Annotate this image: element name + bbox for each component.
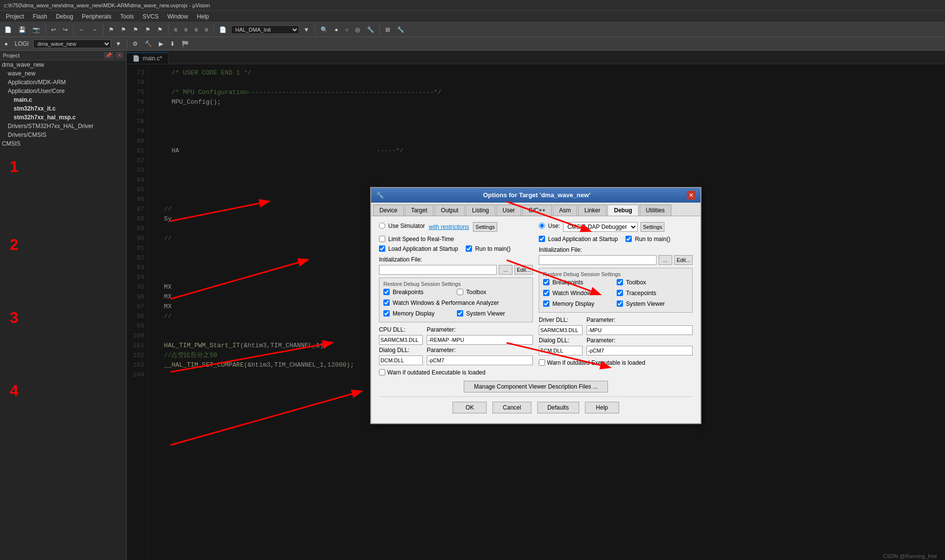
tab-debug[interactable]: Debug	[607, 205, 638, 216]
manage-component-btn[interactable]: Manage Component Viewer Description File…	[464, 381, 608, 392]
tab-output[interactable]: Output	[435, 205, 465, 216]
menu-debug[interactable]: Debug	[52, 12, 77, 21]
menu-window[interactable]: Window	[163, 12, 192, 21]
toolbar-btn-1[interactable]: 📄	[2, 25, 14, 35]
right-init-edit-btn[interactable]: Edit...	[674, 255, 693, 265]
tab-listing[interactable]: Listing	[466, 205, 495, 216]
defaults-btn[interactable]: Defaults	[537, 402, 579, 413]
dialog-dll-input-r[interactable]	[539, 346, 583, 355]
left-settings-btn[interactable]: Settings	[473, 222, 497, 232]
back-btn[interactable]: ←	[76, 25, 87, 35]
with-restrictions-link[interactable]: with restrictions	[429, 224, 469, 230]
toolbar-btn-flag2[interactable]: ⚑	[118, 25, 129, 35]
right-watch-check[interactable]	[543, 290, 549, 296]
right-load-app-check[interactable]	[539, 236, 545, 242]
right-warn-check[interactable]	[539, 359, 545, 366]
menu-svcs[interactable]: SVCS	[139, 12, 163, 21]
menu-help[interactable]: Help	[193, 12, 213, 21]
toolbar-btn-flag[interactable]: ⚑	[106, 25, 116, 35]
sidebar-item-cmsis[interactable]: CMSIS	[0, 139, 126, 148]
left-init-browse-btn[interactable]: ...	[499, 265, 512, 275]
left-toolbox-check[interactable]	[457, 289, 463, 295]
right-bp-check[interactable]	[543, 279, 549, 285]
tb2-btn1[interactable]: ●	[2, 39, 10, 49]
ok-btn[interactable]: OK	[453, 402, 487, 413]
dialog-param-input-l[interactable]	[427, 355, 533, 365]
tb2-build[interactable]: 🔨	[142, 39, 154, 49]
right-trace-check[interactable]	[617, 290, 623, 296]
sidebar-item-drivers-hal[interactable]: Drivers/STM32H7xx_HAL_Driver	[0, 122, 126, 131]
toolbar-indent4[interactable]: ≡	[202, 25, 210, 35]
toolbar-icon-doc[interactable]: 📄	[217, 25, 229, 35]
tab-asm[interactable]: Asm	[553, 205, 577, 216]
cpu-param-input[interactable]	[427, 335, 533, 345]
toolbar-combo-btn[interactable]: ▼	[301, 25, 312, 35]
menu-project[interactable]: Project	[2, 12, 28, 21]
tab-device[interactable]: Device	[373, 205, 404, 216]
sidebar-pin-btn[interactable]: 📌	[104, 52, 113, 58]
toolbar-grid[interactable]: ⊞	[383, 25, 393, 35]
tb2-opts[interactable]: ⚙	[130, 39, 140, 49]
undo-btn[interactable]: ↩	[49, 25, 58, 35]
left-sysview-check[interactable]	[457, 310, 463, 317]
function-combo[interactable]: HAL_DMA_Init	[231, 25, 299, 34]
toolbar-config[interactable]: 🔧	[364, 25, 377, 35]
limit-speed-check[interactable]	[379, 236, 385, 242]
tb2-download[interactable]: ⬇	[168, 39, 177, 49]
toolbar-ring[interactable]: ◎	[353, 25, 362, 35]
right-init-file-input[interactable]	[539, 255, 657, 265]
sidebar-item-app-mdk[interactable]: Application/MDK-ARM	[0, 78, 126, 87]
left-bp-check[interactable]	[383, 289, 390, 295]
left-mem-check[interactable]	[383, 310, 390, 317]
toolbar-indent2[interactable]: ≡	[182, 25, 190, 35]
cpu-dll-input[interactable]	[379, 335, 423, 345]
tab-user[interactable]: User	[496, 205, 521, 216]
right-mem-check[interactable]	[543, 300, 549, 307]
menu-peripherals[interactable]: Peripherals	[78, 12, 115, 21]
sidebar-item-app-user[interactable]: Application/User/Core	[0, 87, 126, 95]
forward-btn[interactable]: →	[89, 25, 100, 35]
left-load-app-check[interactable]	[379, 245, 385, 252]
dialog-close-btn[interactable]: ✕	[687, 191, 696, 200]
toolbar-indent3[interactable]: ≡	[192, 25, 200, 35]
tb2-btn2[interactable]: LOGI	[12, 39, 31, 49]
sidebar-item-wave-new[interactable]: wave_new	[0, 69, 126, 78]
menu-tools[interactable]: Tools	[116, 12, 138, 21]
right-settings-btn[interactable]: Settings	[641, 222, 665, 232]
sidebar-close-btn[interactable]: ✕	[115, 52, 123, 58]
tab-target[interactable]: Target	[405, 205, 434, 216]
cancel-btn[interactable]: Cancel	[492, 402, 531, 413]
tab-utilities[interactable]: Utilities	[640, 205, 671, 216]
use-simulator-radio[interactable]	[379, 223, 385, 229]
dialog-param-input-r[interactable]	[586, 346, 693, 355]
target-combo[interactable]: dma_wave_new	[33, 39, 111, 48]
menu-flash[interactable]: Flash	[29, 12, 51, 21]
target-combo-btn[interactable]: ▼	[113, 39, 124, 49]
toolbar-indent[interactable]: ≡	[171, 25, 180, 35]
dialog-dll-input-l[interactable]	[379, 355, 423, 365]
tab-linker[interactable]: Linker	[578, 205, 607, 216]
sidebar-item-drivers-cmsis[interactable]: Drivers/CMSIS	[0, 131, 126, 139]
tb2-rebuild[interactable]: ▶	[156, 39, 166, 49]
right-toolbox-check[interactable]	[617, 279, 623, 285]
toolbar-wrench[interactable]: 🔧	[395, 25, 407, 35]
sidebar-item-dma-wave-new[interactable]: dma_wave_new	[0, 60, 126, 69]
use-debugger-radio[interactable]	[539, 223, 545, 229]
left-watch-check[interactable]	[383, 299, 390, 306]
tab-cpp[interactable]: C/C++	[522, 205, 552, 216]
sidebar-item-it-c[interactable]: stm32h7xx_it.c	[0, 104, 126, 113]
toolbar-btn-flag5[interactable]: ⚑	[155, 25, 165, 35]
right-run-main-check[interactable]	[625, 236, 632, 242]
toolbar-btn-flag3[interactable]: ⚑	[131, 25, 141, 35]
driver-param-input[interactable]	[586, 325, 693, 335]
toolbar-circle[interactable]: ○	[342, 25, 351, 35]
sidebar-item-hal-msp-c[interactable]: stm32h7xx_hal_msp.c	[0, 113, 126, 122]
left-run-main-check[interactable]	[466, 245, 472, 252]
toolbar-btn-flag4[interactable]: ⚑	[143, 25, 153, 35]
toolbar-search[interactable]: 🔍	[318, 25, 330, 35]
left-init-edit-btn[interactable]: Edit...	[514, 265, 533, 275]
left-warn-check[interactable]	[379, 369, 385, 375]
sidebar-item-main-c[interactable]: main.c	[0, 95, 126, 104]
toolbar-btn-2[interactable]: 💾	[16, 25, 28, 35]
driver-dll-input[interactable]	[539, 325, 583, 335]
